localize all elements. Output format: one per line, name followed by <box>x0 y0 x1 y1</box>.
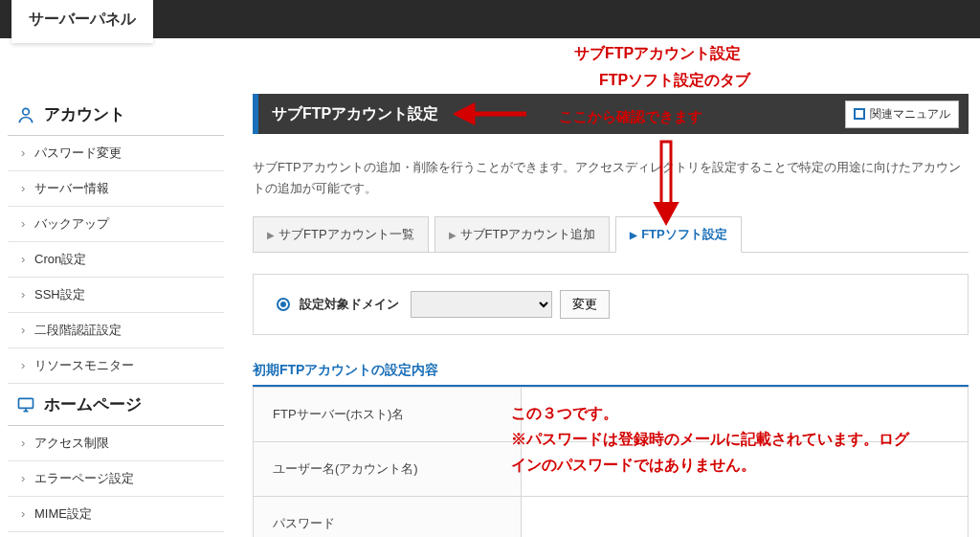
top-bar: サーバーパネル <box>0 0 980 38</box>
table-row: パスワード <box>254 497 969 537</box>
cell-label: パスワード <box>254 497 522 537</box>
svg-rect-1 <box>19 398 33 408</box>
tab-list[interactable]: ▶サブFTPアカウント一覧 <box>253 216 429 253</box>
sidebar-item[interactable]: アクセス制限 <box>8 426 224 461</box>
manual-label: 関連マニュアル <box>870 106 950 123</box>
cell-label: ユーザー名(アカウント名) <box>254 442 522 497</box>
tab-bar: ▶サブFTPアカウント一覧 ▶サブFTPアカウント追加 ▶FTPソフト設定 <box>253 216 969 253</box>
annotation-header: ここから確認できます <box>559 104 702 129</box>
sidebar-item[interactable]: リソースモニター <box>8 348 224 384</box>
annotation-top-1: サブFTPアカウント設定 <box>574 40 741 66</box>
sidebar-list-homepage: アクセス制限 エラーページ設定 MIME設定 .htaccess編集 <box>8 426 224 537</box>
sidebar-item[interactable]: MIME設定 <box>8 497 224 532</box>
arrow-left-icon <box>454 102 528 125</box>
sidebar: アカウント パスワード変更 サーバー情報 バックアップ Cron設定 SSH設定… <box>8 94 224 537</box>
page-title: サブFTPアカウント設定 <box>272 104 438 124</box>
page-description: サブFTPアカウントの追加・削除を行うことができます。アクセスディレクトリを設定… <box>253 157 969 199</box>
cell-value <box>522 497 969 537</box>
cell-value <box>522 388 969 442</box>
triangle-icon: ▶ <box>267 230 275 240</box>
page-header: サブFTPアカウント設定 ここから確認できます 関連マニュアル <box>253 94 969 134</box>
radio-icon[interactable] <box>277 298 290 311</box>
domain-selector: 設定対象ドメイン 変更 <box>253 274 969 335</box>
triangle-icon: ▶ <box>630 230 637 240</box>
tab-label: FTPソフト設定 <box>641 227 727 241</box>
section-title: 初期FTPアカウントの設定内容 <box>253 362 969 387</box>
sidebar-section-title: アカウント <box>44 103 125 125</box>
sidebar-item[interactable]: 二段階認証設定 <box>8 313 224 348</box>
sidebar-item[interactable]: バックアップ <box>8 207 224 242</box>
table-row: FTPサーバー(ホスト)名 <box>254 388 969 442</box>
annotation-top-2: FTPソフト設定のタブ <box>599 67 750 93</box>
logo: サーバーパネル <box>11 0 153 43</box>
domain-select[interactable] <box>411 291 552 318</box>
user-icon <box>15 104 36 125</box>
sidebar-list-account: パスワード変更 サーバー情報 バックアップ Cron設定 SSH設定 二段階認証… <box>8 136 224 384</box>
sidebar-item[interactable]: エラーページ設定 <box>8 461 224 497</box>
sidebar-item[interactable]: SSH設定 <box>8 278 224 313</box>
sidebar-item[interactable]: パスワード変更 <box>8 136 224 171</box>
sidebar-item[interactable]: Cron設定 <box>8 242 224 278</box>
sidebar-item[interactable]: サーバー情報 <box>8 171 224 207</box>
book-icon <box>854 108 865 120</box>
manual-button[interactable]: 関連マニュアル <box>845 101 959 128</box>
triangle-icon: ▶ <box>449 230 457 240</box>
sidebar-item[interactable]: .htaccess編集 <box>8 532 224 537</box>
svg-point-0 <box>23 108 30 115</box>
ftp-info-table: FTPサーバー(ホスト)名 ユーザー名(アカウント名) パスワード <box>253 387 969 537</box>
tab-ftp-soft[interactable]: ▶FTPソフト設定 <box>615 216 742 253</box>
sidebar-section-title: ホームページ <box>44 393 142 415</box>
cell-value <box>522 442 969 497</box>
sidebar-section-account: アカウント <box>8 94 224 136</box>
sidebar-section-homepage: ホームページ <box>8 384 224 426</box>
tab-label: サブFTPアカウント追加 <box>460 227 596 241</box>
monitor-icon <box>15 394 36 415</box>
change-button[interactable]: 変更 <box>560 290 610 319</box>
main-content: サブFTPアカウント設定 ここから確認できます 関連マニュアル サブFTPアカウ… <box>224 94 980 537</box>
tab-add[interactable]: ▶サブFTPアカウント追加 <box>434 216 611 253</box>
domain-label: 設定対象ドメイン <box>300 296 399 313</box>
table-row: ユーザー名(アカウント名) <box>254 442 969 497</box>
tab-label: サブFTPアカウント一覧 <box>278 227 414 241</box>
cell-label: FTPサーバー(ホスト)名 <box>254 388 522 442</box>
